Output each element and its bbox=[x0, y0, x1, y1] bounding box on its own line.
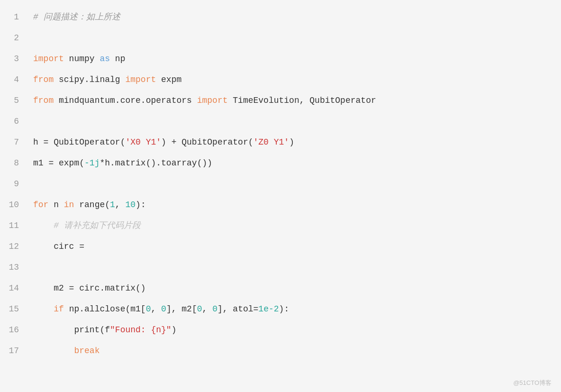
token-kw-orange: if bbox=[54, 304, 64, 314]
token-num-teal: 1 bbox=[110, 200, 115, 210]
code-line: print(f"Found: {n}") bbox=[28, 323, 561, 337]
token-kw-orange: break bbox=[74, 346, 100, 356]
line-number: 9 bbox=[0, 177, 28, 191]
token-plain: h = QubitOperator( bbox=[33, 137, 125, 147]
token-kw-orange: from bbox=[33, 75, 54, 84]
code-line: circ = bbox=[28, 240, 561, 254]
token-plain: , bbox=[151, 304, 161, 314]
token-comment-chinese: # 请补充如下代码片段 bbox=[54, 221, 141, 230]
token-plain: np.allclose(m1[ bbox=[64, 304, 146, 314]
line-number: 10 bbox=[0, 198, 28, 212]
code-line: m2 = circ.matrix() bbox=[28, 282, 561, 295]
code-row: 17 break bbox=[0, 343, 561, 364]
watermark: @51CTO博客 bbox=[513, 379, 552, 387]
token-num-teal: 1e-2 bbox=[258, 304, 279, 314]
token-num-teal: 10 bbox=[125, 200, 136, 210]
token-plain bbox=[33, 304, 54, 314]
line-number: 14 bbox=[0, 282, 28, 295]
code-row: 1# 问题描述：如上所述 bbox=[0, 9, 561, 30]
token-plain: ], atol= bbox=[217, 304, 258, 314]
line-number: 16 bbox=[0, 323, 28, 337]
code-line: # 问题描述：如上所述 bbox=[28, 10, 561, 24]
token-plain: m2 = circ.matrix() bbox=[33, 283, 146, 293]
code-lines: 1# 问题描述：如上所述2 3import numpy as np4from s… bbox=[0, 9, 561, 364]
token-plain bbox=[33, 221, 54, 230]
token-plain: ): bbox=[136, 200, 146, 210]
token-plain: scipy.linalg bbox=[54, 75, 125, 84]
code-line: from mindquantum.core.operators import T… bbox=[28, 94, 561, 108]
token-str-red: "Found: {n}" bbox=[110, 325, 172, 335]
token-plain: *h.matrix().toarray()) bbox=[100, 158, 212, 168]
token-plain: , bbox=[202, 304, 213, 314]
token-plain: ], m2[ bbox=[166, 304, 197, 314]
token-plain: circ = bbox=[33, 242, 84, 251]
token-plain: ) + QubitOperator( bbox=[161, 137, 253, 147]
token-num-teal: 0 bbox=[146, 304, 151, 314]
token-num-teal: -1j bbox=[84, 158, 100, 168]
token-plain: m1 = expm( bbox=[33, 158, 84, 168]
token-plain: mindquantum.core.operators bbox=[54, 96, 197, 105]
token-str-red: 'Z0 Y1' bbox=[253, 137, 290, 147]
code-row: 14 m2 = circ.matrix() bbox=[0, 281, 561, 301]
token-num-teal: 0 bbox=[197, 304, 202, 314]
token-plain: numpy bbox=[64, 54, 100, 64]
code-line: if np.allclose(m1[0, 0], m2[0, 0], atol=… bbox=[28, 302, 561, 316]
code-row: 12 circ = bbox=[0, 239, 561, 260]
token-plain: range( bbox=[74, 200, 110, 210]
code-row: 10for n in range(1, 10): bbox=[0, 197, 561, 218]
line-number: 12 bbox=[0, 240, 28, 254]
line-number: 2 bbox=[0, 31, 28, 45]
token-plain: ) bbox=[172, 325, 177, 335]
token-plain: n bbox=[48, 200, 63, 210]
token-comment-gray: # 问题描述：如上所述 bbox=[33, 12, 120, 22]
code-line: m1 = expm(-1j*h.matrix().toarray()) bbox=[28, 156, 561, 170]
code-row: 2 bbox=[0, 30, 561, 51]
token-plain: np bbox=[110, 54, 125, 64]
code-line: from scipy.linalg import expm bbox=[28, 73, 561, 87]
code-row: 8m1 = expm(-1j*h.matrix().toarray()) bbox=[0, 155, 561, 176]
line-number: 7 bbox=[0, 136, 28, 149]
token-kw-orange: import bbox=[33, 54, 64, 64]
line-number: 8 bbox=[0, 156, 28, 170]
code-line: # 请补充如下代码片段 bbox=[28, 219, 561, 233]
token-kw-orange: for bbox=[33, 200, 48, 210]
code-row: 7h = QubitOperator('X0 Y1') + QubitOpera… bbox=[0, 135, 561, 155]
code-line bbox=[28, 31, 561, 45]
code-line: break bbox=[28, 344, 561, 358]
code-row: 13 bbox=[0, 260, 561, 281]
token-num-teal: 0 bbox=[161, 304, 166, 314]
line-number: 5 bbox=[0, 94, 28, 108]
line-number: 1 bbox=[0, 10, 28, 24]
token-plain: , bbox=[115, 200, 126, 210]
token-kw-blue: as bbox=[100, 54, 110, 64]
code-row: 9 bbox=[0, 176, 561, 197]
code-line: import numpy as np bbox=[28, 52, 561, 66]
code-line: h = QubitOperator('X0 Y1') + QubitOperat… bbox=[28, 136, 561, 149]
code-line: for n in range(1, 10): bbox=[28, 198, 561, 212]
token-plain: expm bbox=[156, 75, 181, 84]
code-line bbox=[28, 261, 561, 274]
token-plain: ): bbox=[279, 304, 290, 314]
line-number: 4 bbox=[0, 73, 28, 87]
code-row: 3import numpy as np bbox=[0, 51, 561, 72]
token-plain bbox=[33, 346, 74, 356]
code-row: 16 print(f"Found: {n}") bbox=[0, 322, 561, 343]
token-num-teal: 0 bbox=[212, 304, 217, 314]
line-number: 13 bbox=[0, 261, 28, 274]
code-editor: 1# 问题描述：如上所述2 3import numpy as np4from s… bbox=[0, 0, 561, 392]
token-plain: print(f bbox=[33, 325, 110, 335]
code-row: 4from scipy.linalg import expm bbox=[0, 72, 561, 93]
code-row: 11 # 请补充如下代码片段 bbox=[0, 218, 561, 239]
token-kw-orange: import bbox=[197, 96, 228, 105]
line-number: 11 bbox=[0, 219, 28, 233]
code-line bbox=[28, 177, 561, 191]
code-row: 15 if np.allclose(m1[0, 0], m2[0, 0], at… bbox=[0, 301, 561, 322]
token-str-red: 'X0 Y1' bbox=[125, 137, 161, 147]
line-number: 17 bbox=[0, 344, 28, 358]
line-number: 15 bbox=[0, 302, 28, 316]
code-row: 6 bbox=[0, 114, 561, 135]
token-kw-orange: from bbox=[33, 96, 54, 105]
token-plain: TimeEvolution, QubitOperator bbox=[227, 96, 376, 105]
token-plain: ) bbox=[289, 137, 294, 147]
code-row: 5from mindquantum.core.operators import … bbox=[0, 93, 561, 114]
